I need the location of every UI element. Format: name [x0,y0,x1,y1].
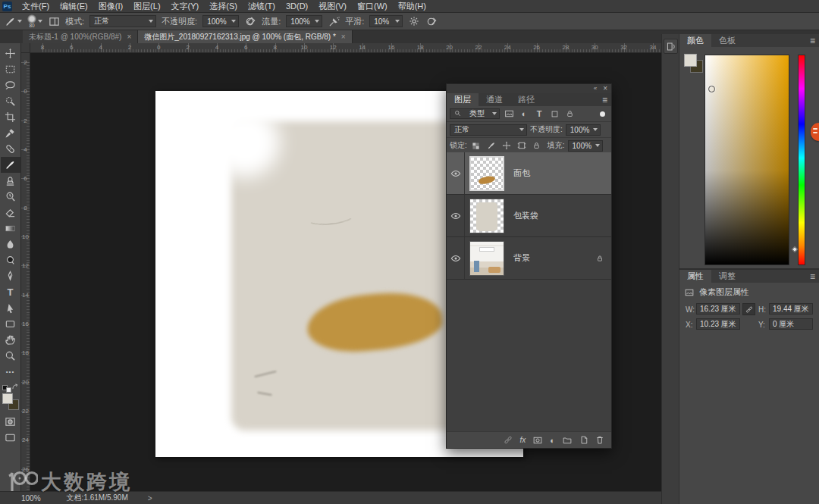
menu-layer[interactable]: 图层(L) [128,0,165,12]
layer-thumbnail[interactable] [469,199,504,233]
x-field[interactable]: 10.23 厘米 [696,318,740,330]
tab-wechat-image[interactable]: 微信图片_20180927162313.jpg @ 100% (面包, RGB/… [138,30,352,43]
layer-thumbnail[interactable] [469,241,504,276]
menu-image[interactable]: 图像(I) [93,0,128,12]
menu-edit[interactable]: 编辑(E) [55,0,93,12]
photoshop-logo-icon[interactable]: Ps [2,2,12,11]
menu-filter[interactable]: 滤镜(T) [243,0,281,12]
width-field[interactable]: 16.23 厘米 [696,303,740,315]
history-panel-button[interactable] [664,39,678,54]
color-field[interactable] [704,55,789,265]
lock-artboard-button[interactable] [516,140,528,152]
layer-row-bread[interactable]: 面包 [447,152,611,195]
color-picker-marker[interactable] [708,86,715,92]
lock-transparency-button[interactable] [470,140,482,152]
path-selection-tool[interactable] [1,300,20,316]
blend-mode-dropdown[interactable]: 正常 [89,15,156,27]
tab-paths[interactable]: 路径 [510,93,542,106]
crop-tool[interactable] [1,109,20,125]
quick-selection-tool[interactable] [1,93,20,109]
layer-style-button[interactable]: fx [520,436,526,444]
layer-thumbnail[interactable] [469,156,504,191]
tool-preset-picker[interactable] [5,16,22,27]
layer-row-background[interactable]: 背景 [447,237,611,280]
filter-smart-objects-button[interactable] [563,108,576,120]
visibility-toggle[interactable] [447,152,465,194]
menu-help[interactable]: 帮助(H) [393,0,431,12]
tab-properties[interactable]: 属性 [679,270,711,283]
pen-tool[interactable] [1,268,20,284]
default-swap-colors[interactable] [2,383,19,390]
toggle-brush-panel-button[interactable] [48,16,60,27]
menu-window[interactable]: 窗口(W) [352,0,393,12]
dodge-tool[interactable] [1,252,20,268]
filter-adjustment-layers-button[interactable]: ◐ [518,108,530,120]
adjustment-layer-button[interactable]: ◐ [550,436,555,445]
fill-dropdown[interactable]: 100% [568,140,603,152]
rectangle-tool[interactable] [1,316,20,332]
move-tool[interactable] [1,45,20,61]
foreground-color-swatch[interactable] [684,54,697,67]
tab-swatches[interactable]: 色板 [711,34,743,47]
visibility-toggle[interactable] [447,195,465,236]
hue-slider[interactable] [798,55,805,265]
gradient-tool[interactable] [1,221,20,236]
quick-mask-button[interactable] [1,414,20,430]
blur-tool[interactable] [1,236,20,252]
new-group-button[interactable] [562,436,573,445]
flow-dropdown[interactable]: 100% [286,15,322,27]
menu-3d[interactable]: 3D(D) [281,0,313,12]
tab-untitled-1[interactable]: 未标题-1 @ 100%(RGB/8#) × [23,30,138,43]
filter-type-dropdown[interactable]: 类型 [450,108,500,119]
layer-opacity-dropdown[interactable]: 100% [566,124,601,136]
tab-color[interactable]: 颜色 [679,34,711,47]
smoothing-dropdown[interactable]: 10% [369,15,403,27]
lock-all-button[interactable] [531,140,543,152]
hue-slider-marker[interactable] [792,246,798,252]
tab-channels[interactable]: 通道 [479,93,510,106]
type-tool[interactable]: T [1,284,20,300]
zoom-tool[interactable] [1,348,20,364]
eraser-tool[interactable] [1,205,20,221]
panel-title-bar[interactable]: « × [447,84,611,93]
filter-type-layers-button[interactable]: T [533,108,545,120]
lock-position-button[interactable] [500,140,513,152]
layer-row-bag[interactable]: 包装袋 [447,195,611,237]
zoom-level[interactable]: 100% [21,494,41,502]
edit-toolbar-button[interactable]: ••• [1,364,20,380]
history-brush-tool[interactable] [1,189,20,205]
foreground-background-swatches[interactable] [2,393,19,410]
opacity-dropdown[interactable]: 100% [202,15,239,27]
menu-file[interactable]: 文件(F) [17,0,55,12]
layer-blend-mode-dropdown[interactable]: 正常 [450,124,527,136]
rectangular-marquee-tool[interactable] [1,61,20,77]
visibility-toggle[interactable] [447,237,465,279]
tab-layers[interactable]: 图层 [447,93,479,106]
foreground-color-swatch[interactable] [2,393,13,404]
menu-type[interactable]: 文字(Y) [166,0,205,12]
collapse-panel-icon[interactable]: « [594,85,597,92]
clone-stamp-tool[interactable] [1,173,20,189]
eyedropper-tool[interactable] [1,125,20,141]
filter-toggle-button[interactable] [596,108,608,120]
filter-pixel-layers-button[interactable] [503,108,515,120]
spot-healing-brush-tool[interactable] [1,141,20,157]
airbrush-button[interactable] [328,16,340,27]
delete-layer-button[interactable] [595,435,604,445]
hand-tool[interactable] [1,332,20,348]
new-layer-button[interactable] [579,435,588,445]
lasso-tool[interactable] [1,77,20,93]
brush-tool[interactable] [1,157,20,173]
lock-pixels-button[interactable] [485,140,497,152]
height-field[interactable]: 19.44 厘米 [769,303,813,315]
link-layers-button[interactable] [503,435,513,445]
menu-view[interactable]: 视图(V) [313,0,352,12]
tab-adjustments[interactable]: 调整 [711,270,743,283]
pressure-size-button[interactable] [425,16,438,27]
status-menu-chevron[interactable]: > [148,494,152,502]
link-dimensions-button[interactable] [742,303,755,315]
menu-select[interactable]: 选择(S) [204,0,243,12]
add-mask-button[interactable] [532,436,543,445]
filter-shape-layers-button[interactable] [548,108,560,120]
y-field[interactable]: 0 厘米 [769,318,813,330]
